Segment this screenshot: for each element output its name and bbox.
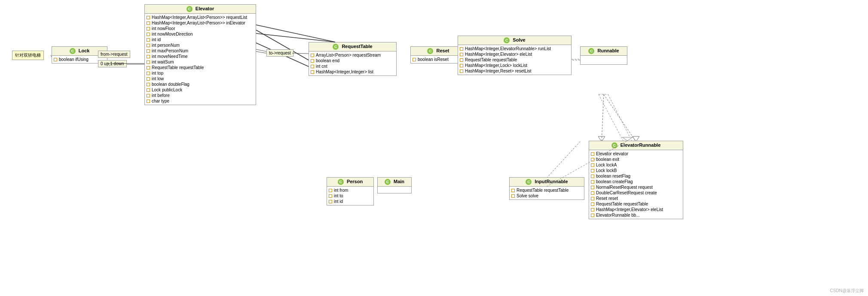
elevator-field-15: char type	[147, 98, 254, 104]
elevator-runnable-icon: C	[611, 142, 617, 148]
connections-svg	[0, 0, 868, 296]
field-icon	[311, 70, 314, 74]
er-field-6: NormalResetRequest request	[591, 184, 681, 190]
field-icon	[147, 44, 150, 47]
class-runnable-body	[581, 56, 627, 64]
field-icon	[147, 27, 150, 30]
class-elevator-runnable: C ElevatorRunnable Elevator elevator boo…	[589, 141, 683, 219]
field-icon	[329, 194, 332, 198]
er-field-1: boolean exit	[591, 157, 681, 162]
person-field-0: int from	[329, 187, 372, 193]
elevator-field-8: int waitSum	[147, 59, 254, 65]
field-icon	[460, 64, 463, 67]
elevator-field-7: int moveNeedTime	[147, 54, 254, 59]
elevator-field-3: int nowMoveDirection	[147, 31, 254, 37]
svg-line-3	[256, 49, 266, 51]
field-icon	[591, 197, 594, 200]
field-icon	[591, 163, 594, 167]
field-icon	[329, 189, 332, 192]
class-solve: C Solve HashMap<Integer,ElevatorRunnable…	[458, 36, 572, 75]
class-request-table-body: ArrayList<Person> requestStream boolean …	[309, 51, 396, 76]
class-solve-body: HashMap<Integer,ElevatorRunnable> runLis…	[458, 45, 571, 75]
class-solve-header: C Solve	[458, 36, 571, 45]
elevator-field-11: int low	[147, 76, 254, 82]
er-field-4: boolean resetFlag	[591, 173, 681, 179]
request-table-icon: C	[333, 44, 339, 50]
solve-field-0: HashMap<Integer,ElevatorRunnable> runLis…	[460, 46, 569, 51]
solve-field-4: HashMap<Integer,Reset> resetList	[460, 68, 569, 74]
field-icon	[147, 83, 150, 86]
ir-field-1: Solve solve	[511, 193, 582, 199]
rt-field-3: HashMap<Integer,Integer> list	[311, 69, 394, 75]
elevator-field-10: int top	[147, 70, 254, 76]
person-field-1: int to	[329, 193, 372, 199]
class-request-table: C RequestTable ArrayList<Person> request…	[309, 42, 397, 76]
field-icon	[591, 158, 594, 161]
field-icon	[591, 208, 594, 211]
er-field-10: HashMap<Integer,Elevator> eleList	[591, 207, 681, 212]
field-icon	[147, 55, 150, 58]
connections-overlay	[0, 0, 868, 296]
elevator-field-5: int personNum	[147, 42, 254, 48]
elevator-field-13: Lock publicLock	[147, 87, 254, 93]
class-elevator-runnable-body: Elevator elevator boolean exit Lock lock…	[589, 150, 683, 219]
er-field-11: ElevatorRunnable bb...	[591, 212, 681, 218]
field-icon	[147, 60, 150, 64]
elevator-field-9: RequestTable requestTable	[147, 65, 254, 70]
field-icon	[311, 59, 314, 63]
from-label: 0 up,1 down	[98, 60, 127, 67]
runnable-icon: C	[588, 48, 594, 54]
elevator-field-1: HashMap<Integer,ArrayList<Person>> inEle…	[147, 20, 254, 26]
reset-icon: C	[427, 48, 433, 54]
field-icon	[591, 191, 594, 195]
class-elevator-body: HashMap<Integer,ArrayList<Person>> reque…	[145, 14, 256, 105]
field-icon	[329, 200, 332, 203]
field-icon	[147, 38, 150, 42]
field-icon	[147, 100, 150, 103]
class-main: C Main	[377, 177, 412, 193]
class-elevator: C Elevator HashMap<Integer,ArrayList<Per…	[144, 4, 256, 105]
svg-line-9	[547, 142, 580, 178]
elevator-field-12: boolean doubleFlag	[147, 82, 254, 87]
class-person-header: C Person	[327, 178, 373, 187]
field-icon	[460, 47, 463, 51]
field-icon	[147, 88, 150, 92]
svg-line-14	[256, 51, 266, 53]
class-runnable: C Runnable	[580, 46, 627, 65]
svg-line-17	[599, 94, 623, 141]
field-icon	[591, 180, 594, 184]
field-icon	[460, 53, 463, 56]
field-icon	[311, 54, 314, 57]
svg-marker-20	[622, 137, 633, 141]
elevator-field-2: int nowFloor	[147, 26, 254, 31]
er-field-7: DoubleCarResetRequest create	[591, 190, 681, 196]
field-icon	[591, 202, 594, 206]
class-person: C Person int from int to int id	[327, 177, 374, 205]
input-runnable-icon: C	[526, 179, 532, 185]
class-input-runnable-body: RequestTable requestTable Solve solve	[510, 187, 584, 199]
elevator-field-4: int id	[147, 37, 254, 42]
class-request-table-header: C RequestTable	[309, 42, 396, 51]
from-request-label: from->request	[98, 51, 130, 58]
rt-field-1: boolean end	[311, 58, 394, 63]
class-runnable-header: C Runnable	[581, 47, 627, 56]
field-icon	[511, 194, 515, 198]
class-main-header: C Main	[378, 178, 411, 187]
field-icon	[147, 49, 150, 53]
field-icon	[147, 94, 150, 97]
person-field-2: int id	[329, 199, 372, 204]
watermark: CSDN@落浮尘脚	[830, 288, 864, 294]
diagram-canvas: 针对双轿电梯 C Lock boolean ifUsing from->requ…	[0, 0, 868, 296]
elevator-field-14: int before	[147, 93, 254, 98]
elevator-field-0: HashMap<Integer,ArrayList<Person>> reque…	[147, 15, 254, 20]
class-elevator-runnable-header: C ElevatorRunnable	[589, 141, 683, 150]
field-icon	[147, 16, 150, 19]
svg-line-6	[602, 94, 604, 142]
note-label: 针对双轿电梯	[12, 51, 44, 60]
field-icon	[591, 175, 594, 178]
field-icon	[460, 58, 463, 62]
person-icon: C	[338, 179, 344, 185]
field-icon	[591, 169, 594, 172]
field-icon	[591, 214, 594, 217]
class-main-body	[378, 187, 411, 193]
